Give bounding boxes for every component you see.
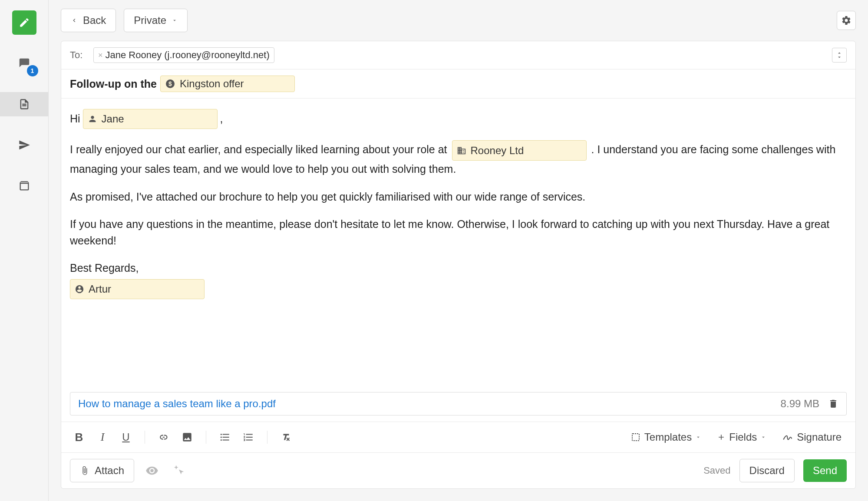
preview-button[interactable] xyxy=(143,461,161,480)
company-merge-tag[interactable]: Rooney Ltd xyxy=(452,140,587,161)
to-label: To: xyxy=(70,49,87,61)
numbered-list-icon xyxy=(243,432,254,443)
cursor-sparkle-icon xyxy=(172,464,185,477)
attach-button[interactable]: Attach xyxy=(70,459,134,482)
sender-merge-tag[interactable]: Artur xyxy=(70,279,205,299)
link-icon xyxy=(158,432,169,443)
signature-button[interactable]: Signature xyxy=(777,428,847,446)
clear-formatting-button[interactable] xyxy=(277,428,295,446)
inbox-badge: 1 xyxy=(27,65,38,76)
company-tag-label: Rooney Ltd xyxy=(471,142,524,158)
saved-status: Saved xyxy=(703,465,730,476)
sidebar-archive[interactable] xyxy=(12,174,36,198)
archive-icon xyxy=(18,180,30,192)
visibility-label: Private xyxy=(134,14,166,26)
signoff: Best Regards, xyxy=(70,260,847,277)
user-circle-icon xyxy=(75,284,84,294)
bullet-list-button[interactable] xyxy=(216,428,234,446)
compose-button[interactable] xyxy=(12,10,36,35)
subject-row[interactable]: Follow-up on the $ Kingston offer xyxy=(61,69,855,99)
templates-label: Templates xyxy=(644,431,692,443)
plus-icon xyxy=(717,433,726,442)
svg-text:$: $ xyxy=(168,80,172,87)
templates-button[interactable]: Templates xyxy=(625,428,706,446)
subject-prefix: Follow-up on the xyxy=(70,78,157,90)
italic-button[interactable]: I xyxy=(93,428,112,446)
chevron-down-icon xyxy=(695,434,701,440)
sender-tag-label: Artur xyxy=(89,281,111,297)
main-area: Back Private To: × Jane Rooney (j.rooney… xyxy=(49,0,868,501)
signature-icon xyxy=(782,432,793,443)
topbar: Back Private xyxy=(49,0,868,41)
greeting-tag-label: Jane xyxy=(102,111,124,127)
link-button[interactable] xyxy=(155,428,173,446)
person-icon xyxy=(88,114,97,124)
fields-label: Fields xyxy=(729,431,757,443)
discard-label: Discard xyxy=(749,465,785,477)
document-icon xyxy=(18,98,30,110)
attach-label: Attach xyxy=(95,465,124,477)
formatting-toolbar: B I U Templates xyxy=(61,422,855,453)
image-button[interactable] xyxy=(178,428,196,446)
back-button-label: Back xyxy=(83,14,106,26)
visibility-dropdown[interactable]: Private xyxy=(124,9,188,32)
paper-plane-icon xyxy=(18,139,30,151)
body-p3: If you have any questions in the meantim… xyxy=(70,216,847,249)
dollar-circle-icon: $ xyxy=(165,79,175,89)
body-p2: As promised, I've attached our brochure … xyxy=(70,189,847,205)
send-test-button[interactable] xyxy=(170,461,188,480)
recipient-text: Jane Rooney (j.rooney@rooneyltd.net) xyxy=(106,49,270,61)
sidebar: 1 xyxy=(0,0,49,501)
sidebar-sent[interactable] xyxy=(12,133,36,157)
p1-pre: I really enjoyed our chat earlier, and e… xyxy=(70,143,447,155)
chevron-down-icon xyxy=(760,434,766,440)
paperclip-icon xyxy=(80,466,89,475)
send-button[interactable]: Send xyxy=(803,459,847,482)
delete-attachment-button[interactable] xyxy=(828,399,838,409)
send-label: Send xyxy=(813,465,837,477)
recipient-chip[interactable]: × Jane Rooney (j.rooney@rooneyltd.net) xyxy=(93,47,274,63)
template-icon xyxy=(630,432,641,442)
chevron-up-down-icon xyxy=(836,51,842,59)
sidebar-inbox[interactable]: 1 xyxy=(12,51,36,76)
chevron-down-icon xyxy=(172,17,178,23)
svg-rect-2 xyxy=(632,434,639,441)
settings-button[interactable] xyxy=(837,11,856,30)
subject-merge-tag[interactable]: $ Kingston offer xyxy=(160,76,295,92)
greeting-pre: Hi xyxy=(70,111,80,127)
bullet-list-icon xyxy=(219,432,231,443)
compose-footer: Attach Saved Discard Send xyxy=(61,453,855,488)
email-body[interactable]: Hi Jane , I really enjoyed our chat earl… xyxy=(61,99,855,392)
expand-recipients-button[interactable] xyxy=(832,48,847,63)
numbered-list-button[interactable] xyxy=(239,428,257,446)
signature-label: Signature xyxy=(797,431,842,443)
attachment-row: How to manage a sales team like a pro.pd… xyxy=(70,392,847,415)
to-row: To: × Jane Rooney (j.rooney@rooneyltd.ne… xyxy=(61,41,855,69)
sidebar-documents[interactable] xyxy=(0,92,49,116)
greeting-post: , xyxy=(220,111,223,127)
back-button[interactable]: Back xyxy=(61,9,116,32)
gear-icon xyxy=(841,15,851,26)
fields-button[interactable]: Fields xyxy=(712,428,772,446)
underline-button[interactable]: U xyxy=(117,428,135,446)
building-icon xyxy=(457,146,466,155)
image-icon xyxy=(182,432,193,443)
subject-tag-label: Kingston offer xyxy=(180,78,244,90)
attachment-size: 8.99 MB xyxy=(781,398,819,410)
bold-button[interactable]: B xyxy=(70,428,88,446)
compose-panel: To: × Jane Rooney (j.rooney@rooneyltd.ne… xyxy=(61,41,856,489)
clear-format-icon xyxy=(281,432,292,443)
remove-recipient-icon[interactable]: × xyxy=(98,51,103,60)
attachment-link[interactable]: How to manage a sales team like a pro.pd… xyxy=(78,398,276,410)
eye-icon xyxy=(145,464,158,477)
discard-button[interactable]: Discard xyxy=(739,459,795,482)
greeting-merge-tag[interactable]: Jane xyxy=(83,109,218,129)
trash-icon xyxy=(828,399,838,409)
pencil-icon xyxy=(19,17,30,28)
chevron-left-icon xyxy=(71,17,78,24)
